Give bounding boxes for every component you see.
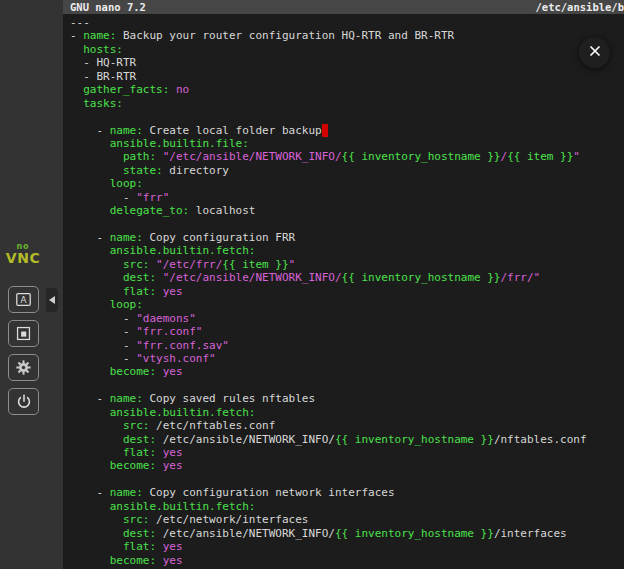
editor-line: - "vtysh.conf" — [70, 352, 624, 365]
editor-line: src: /etc/network/interfaces — [70, 513, 624, 526]
gear-icon — [14, 358, 33, 377]
clipboard-button[interactable] — [8, 320, 39, 347]
keyboard-button[interactable]: A — [8, 286, 39, 313]
editor-line: - name: Copy configuration FRR — [70, 231, 624, 244]
editor-line: flat: yes — [70, 446, 624, 459]
close-button[interactable] — [579, 37, 610, 68]
editor-line: ansible.builtin.fetch: — [70, 406, 624, 419]
editor-line: dest: /etc/ansible/NETWORK_INFO/{{ inven… — [70, 433, 624, 446]
text-cursor — [322, 124, 329, 137]
controlbar-collapse-handle[interactable] — [46, 288, 58, 312]
editor-line: - BR-RTR — [70, 70, 624, 83]
clipboard-icon — [14, 324, 33, 343]
power-button[interactable] — [8, 388, 39, 415]
editor-line: hosts: — [70, 43, 624, 56]
editor-line: loop: — [70, 177, 624, 190]
editor-line: ansible.builtin.fetch: — [70, 500, 624, 513]
editor-line: - "daemons" — [70, 312, 624, 325]
editor-line: - name: Backup your router configuration… — [70, 29, 624, 42]
close-icon — [587, 43, 603, 63]
editor-line: path: "/etc/ansible/NETWORK_INFO/{{ inve… — [70, 150, 624, 163]
editor-line — [70, 379, 624, 392]
editor-line: - name: Create local folder backup — [70, 124, 624, 137]
editor-line: ansible.builtin.file: — [70, 137, 624, 150]
editor-line: dest: /etc/ansible/NETWORK_INFO/{{ inven… — [70, 527, 624, 540]
vnc-control-bar: no VNC A — [0, 0, 63, 569]
editor-line: src: "/etc/frr/{{ item }}" — [70, 258, 624, 271]
editor-line: become: yes — [70, 554, 624, 567]
editor-line: tasks: — [70, 97, 624, 110]
settings-button[interactable] — [8, 354, 39, 381]
nano-titlebar: GNU nano 7.2 /etc/ansible/b — [63, 0, 624, 14]
terminal-window[interactable]: GNU nano 7.2 /etc/ansible/b ---- name: B… — [63, 0, 624, 569]
editor-line: ansible.builtin.fetch: — [70, 244, 624, 257]
editor-line: - "frr.conf.sav" — [70, 339, 624, 352]
keyboard-icon: A — [14, 290, 33, 309]
editor-line: flat: yes — [70, 540, 624, 553]
editor-line: delegate_to: localhost — [70, 204, 624, 217]
vnc-logo: no VNC — [0, 243, 46, 266]
editor-lines: ---- name: Backup your router configurat… — [63, 14, 624, 567]
editor-line: - name: Copy saved rules nftables — [70, 392, 624, 405]
editor-line: - HQ-RTR — [70, 56, 624, 69]
vnc-logo-text: VNC — [0, 251, 46, 266]
editor-line: become: yes — [70, 459, 624, 472]
file-path: /etc/ansible/b — [535, 0, 624, 14]
editor-line — [70, 473, 624, 486]
editor-line: - "frr.conf" — [70, 325, 624, 338]
svg-text:A: A — [21, 295, 27, 305]
vnc-viewer: no VNC A — [0, 0, 624, 569]
editor-line: gather_facts: no — [70, 83, 624, 96]
power-icon — [15, 393, 33, 411]
editor-line: - name: Copy configuration network inter… — [70, 486, 624, 499]
editor-line: src: /etc/nftables.conf — [70, 419, 624, 432]
editor-line: dest: "/etc/ansible/NETWORK_INFO/{{ inve… — [70, 271, 624, 284]
editor-line — [70, 218, 624, 231]
editor-line: flat: yes — [70, 285, 624, 298]
editor-line: - "frr" — [70, 191, 624, 204]
nano-version: GNU nano 7.2 — [70, 0, 146, 14]
editor-line: loop: — [70, 298, 624, 311]
editor-line: become: yes — [70, 365, 624, 378]
editor-line — [70, 110, 624, 123]
editor-line: state: directory — [70, 164, 624, 177]
editor-line: --- — [70, 16, 624, 29]
chevron-left-icon — [49, 296, 55, 304]
